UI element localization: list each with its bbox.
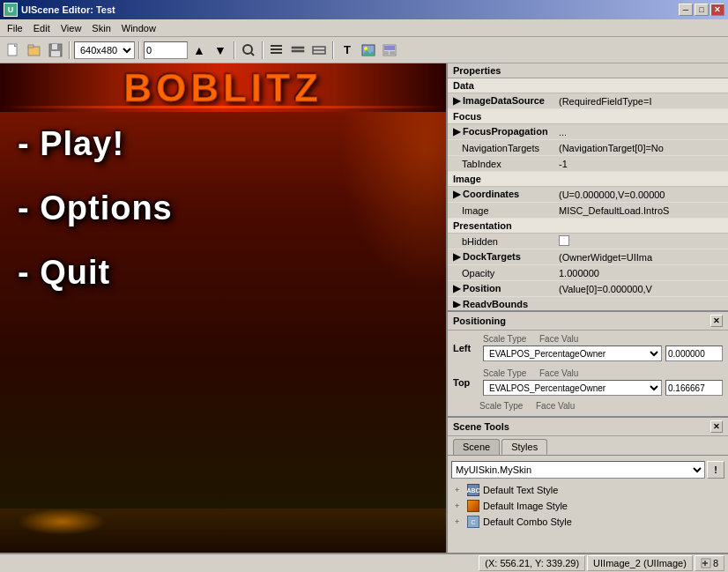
style-item-combo[interactable]: + C Default Combo Style (451, 514, 724, 530)
toolbar-zoom-out-btn[interactable]: ▼ (211, 41, 230, 60)
svg-point-17 (364, 47, 368, 50)
svg-rect-5 (52, 44, 57, 49)
prop-row-position: ▶ Position (Value[0]=0.000000,V (448, 281, 728, 297)
canvas-area[interactable]: BOBLITZ - Play! - Options - Quit (0, 63, 446, 553)
right-panel: Properties Data ▶ ImageDataSource (Requi… (446, 63, 728, 553)
pos-top-label: Top (453, 377, 479, 388)
properties-scroll[interactable]: Data ▶ ImageDataSource (RequiredFieldTyp… (448, 78, 728, 308)
prop-row-dock-targets: ▶ DockTargets (OwnerWidget=UIIma (448, 249, 728, 265)
toolbar-align-left-btn[interactable] (267, 41, 286, 60)
pos-bottom-row: Scale Type Face Valu (448, 399, 728, 412)
style-item-image[interactable]: + Default Image Style (451, 498, 724, 514)
positioning-panel: Positioning ✕ Left Scale Type Face Valu … (448, 310, 728, 416)
prop-row-ready-bounds: ▶ ReadyBounds (448, 297, 728, 308)
pos-top-value-input[interactable] (665, 380, 723, 396)
status-bar: ( X: 556.21, Y: 339.29 ) UIImage_2 (UIIm… (0, 553, 728, 572)
toolbar-align-right-btn[interactable] (309, 41, 329, 60)
title-bar: U UIScene Editor: Test ─ □ ✕ (0, 0, 728, 19)
bhidden-checkbox[interactable] (559, 235, 569, 246)
toolbar-open-btn[interactable] (25, 41, 44, 60)
close-button[interactable]: ✕ (710, 4, 724, 16)
scene-tools-panel: Scene Tools ✕ Scene Styles MyUISkin.MySk… (448, 416, 728, 553)
menu-view[interactable]: View (56, 21, 87, 35)
svg-rect-13 (292, 50, 304, 52)
style-text-label: Default Text Style (483, 485, 558, 495)
svg-rect-11 (271, 52, 282, 54)
prop-row-tab-index: TabIndex -1 (448, 156, 728, 172)
prop-section-presentation[interactable]: Presentation (448, 219, 728, 234)
prop-section-data[interactable]: Data (448, 78, 728, 93)
toolbar-image-btn[interactable] (359, 41, 378, 60)
game-title: BOBLITZ (123, 66, 323, 110)
pos-left-row: Left Scale Type Face Valu EVALPOS_Percen… (448, 331, 728, 365)
toolbar-align-center-btn[interactable] (288, 41, 308, 60)
toolbar-text-btn[interactable]: T (338, 41, 357, 60)
style-image-label: Default Image Style (483, 501, 568, 511)
scene-tools-close-btn[interactable]: ✕ (710, 420, 723, 433)
status-coordinates: ( X: 556.21, Y: 339.29 ) (479, 555, 585, 571)
pos-left-sub-row: Scale Type Face Valu (483, 334, 723, 344)
menu-window[interactable]: Window (116, 21, 161, 35)
maximize-button[interactable]: □ (695, 4, 709, 16)
pos-left-input-row: EVALPOS_PercentageOwner (483, 345, 723, 361)
skin-select-row: MyUISkin.MySkin ! (451, 461, 724, 479)
prop-row-bhidden: bHidden (448, 234, 728, 249)
tab-styles[interactable]: Styles (501, 439, 547, 455)
pos-top-sub-row: Scale Type Face Valu (483, 368, 723, 378)
object-name-value: UIImage_2 (UIImage) (593, 558, 687, 568)
svg-point-7 (243, 45, 252, 54)
prop-row-focus-propagation: ▶ FocusPropagation ... (448, 124, 728, 140)
style-text-expand: + (455, 486, 464, 494)
svg-rect-10 (271, 48, 282, 50)
status-object-name: UIImage_2 (UIImage) (587, 555, 693, 571)
toolbar-sep-3 (234, 41, 235, 59)
game-menu-quit: - Quit (18, 254, 173, 292)
prop-section-focus[interactable]: Focus (448, 109, 728, 124)
properties-header: Properties (448, 63, 728, 78)
svg-rect-3 (28, 45, 33, 48)
toolbar-new-btn[interactable] (4, 41, 23, 60)
skin-select[interactable]: MyUISkin.MySkin (451, 461, 705, 479)
pos-left-scale-select[interactable]: EVALPOS_PercentageOwner (483, 345, 662, 361)
toolbar-sep-1 (69, 41, 71, 59)
styles-content: MyUISkin.MySkin ! + ABC Default Text Sty… (448, 457, 728, 553)
tab-scene[interactable]: Scene (453, 439, 500, 455)
resolution-select[interactable]: 640x480 (74, 41, 135, 59)
toolbar-widget-btn[interactable] (380, 41, 399, 60)
pos-left-value-input[interactable] (665, 345, 723, 361)
pos-bottom-face-label: Face Valu (536, 401, 584, 411)
prop-section-image[interactable]: Image (448, 172, 728, 187)
svg-rect-21 (384, 51, 389, 55)
window-title: UIScene Editor: Test (21, 4, 115, 15)
pos-left-scale-label: Scale Type (483, 334, 536, 344)
main-area: BOBLITZ - Play! - Options - Quit Propert… (0, 63, 728, 553)
style-text-icon: ABC (467, 484, 479, 496)
prop-row-nav-targets: NavigationTargets (NavigationTarget[0]=N… (448, 140, 728, 156)
status-zoom: 8 (695, 555, 724, 571)
toolbar-search-btn[interactable] (239, 41, 258, 60)
minimize-button[interactable]: ─ (679, 4, 693, 16)
menu-file[interactable]: File (2, 21, 28, 35)
pos-left-label: Left (453, 343, 479, 353)
prop-row-image-val: Image MISC_DefaultLoad.IntroS (448, 203, 728, 219)
prop-row-image-datasource: ▶ ImageDataSource (RequiredFieldType=I (448, 93, 728, 109)
game-menu-options: - Options (18, 189, 173, 227)
menu-skin[interactable]: Skin (86, 21, 115, 35)
prop-row-opacity: Opacity 1.000000 (448, 265, 728, 281)
skin-exclaim-btn[interactable]: ! (707, 461, 724, 479)
pos-left-face-label: Face Valu (539, 334, 588, 344)
style-image-expand: + (455, 501, 464, 510)
menu-edit[interactable]: Edit (28, 21, 56, 35)
app-icon: U (4, 3, 18, 17)
pos-top-scale-select[interactable]: EVALPOS_PercentageOwner (483, 380, 662, 396)
toolbar-sep-2 (138, 41, 140, 59)
toolbar-zoom-in-btn[interactable]: ▲ (189, 41, 209, 60)
style-item-text[interactable]: + ABC Default Text Style (451, 482, 724, 498)
toolbar: 640x480 ▲ ▼ T (0, 37, 728, 63)
positioning-close-btn[interactable]: ✕ (710, 315, 723, 327)
svg-rect-9 (271, 45, 282, 47)
style-combo-label: Default Combo Style (483, 516, 572, 527)
zoom-input[interactable] (144, 41, 188, 59)
toolbar-save-btn[interactable] (46, 41, 65, 60)
pos-left-group: Scale Type Face Valu EVALPOS_PercentageO… (483, 334, 723, 361)
